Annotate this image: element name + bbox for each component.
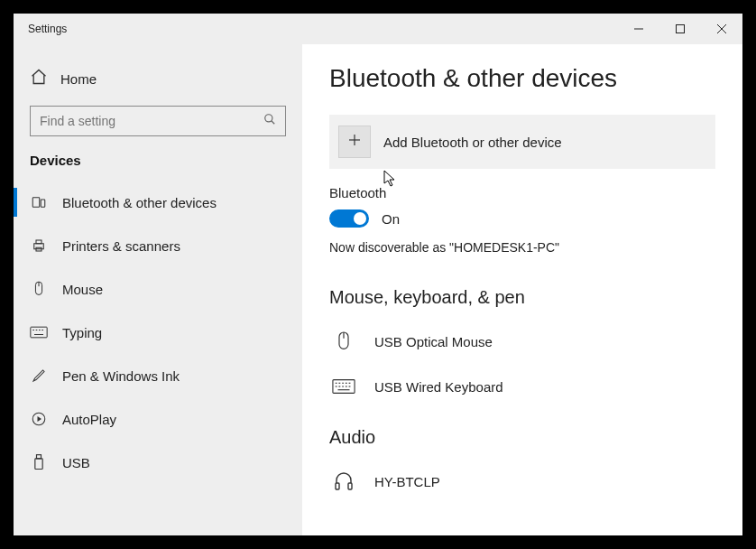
device-row[interactable]: HY-BTCLP: [329, 459, 715, 504]
minimize-icon: [634, 24, 643, 33]
headphones-icon: [329, 470, 358, 492]
svg-rect-13: [31, 327, 47, 338]
bluetooth-toggle[interactable]: [329, 209, 369, 228]
close-icon: [717, 24, 726, 33]
usb-icon: [30, 453, 48, 471]
plus-icon: [346, 132, 363, 152]
autoplay-icon: [30, 410, 48, 428]
keyboard-icon: [329, 378, 358, 395]
search-wrap: [14, 106, 302, 153]
mouse-icon: [30, 280, 48, 298]
devices-icon: [30, 193, 48, 211]
main-content: Bluetooth & other devices Add Bluetooth …: [302, 44, 742, 535]
maximize-button[interactable]: [659, 14, 701, 44]
device-row[interactable]: USB Optical Mouse: [329, 319, 715, 364]
svg-rect-1: [677, 25, 685, 33]
bluetooth-toggle-row: On: [329, 209, 715, 228]
add-device-button[interactable]: [338, 126, 371, 158]
nav-label: Typing: [62, 325, 102, 340]
group-title-audio: Audio: [329, 427, 715, 448]
titlebar: Settings: [14, 14, 742, 44]
device-label: USB Optical Mouse: [374, 334, 493, 349]
search-icon: [263, 113, 276, 129]
nav-label: Pen & Windows Ink: [62, 368, 180, 384]
close-button[interactable]: [701, 14, 742, 44]
home-label: Home: [60, 71, 97, 87]
minimize-button[interactable]: [618, 14, 659, 44]
svg-rect-7: [41, 200, 45, 207]
toggle-knob: [354, 212, 366, 225]
nav-pen-ink[interactable]: Pen & Windows Ink: [14, 354, 302, 397]
svg-point-4: [265, 115, 272, 122]
nav-label: Bluetooth & other devices: [62, 195, 217, 210]
settings-window: Settings Home: [14, 14, 742, 535]
search-input[interactable]: [40, 114, 263, 128]
toggle-state-label: On: [382, 211, 400, 227]
mouse-icon: [329, 330, 358, 353]
printer-icon: [30, 237, 48, 255]
nav-list: Bluetooth & other devices Printers & sca…: [14, 181, 302, 484]
add-device-label: Add Bluetooth or other device: [383, 135, 562, 150]
device-label: HY-BTCLP: [374, 474, 440, 489]
svg-rect-39: [348, 483, 352, 489]
nav-mouse[interactable]: Mouse: [14, 267, 302, 311]
nav-label: Printers & scanners: [62, 238, 180, 254]
nav-printers-scanners[interactable]: Printers & scanners: [14, 224, 302, 267]
bluetooth-section-label: Bluetooth: [329, 185, 715, 200]
svg-rect-8: [34, 244, 44, 249]
svg-rect-9: [36, 240, 41, 244]
group-title-mouse-keyboard-pen: Mouse, keyboard, & pen: [329, 287, 715, 308]
window-body: Home Devices Bluetooth & other devices: [14, 44, 742, 535]
svg-rect-6: [32, 198, 40, 208]
spacer: [329, 409, 715, 427]
svg-rect-21: [35, 459, 42, 470]
nav-typing[interactable]: Typing: [14, 311, 302, 354]
page-title: Bluetooth & other devices: [329, 64, 715, 93]
nav-autoplay[interactable]: AutoPlay: [14, 397, 302, 441]
home-icon: [30, 68, 48, 89]
svg-rect-20: [37, 455, 41, 459]
nav-label: Mouse: [62, 282, 103, 297]
add-device-row[interactable]: Add Bluetooth or other device: [329, 115, 715, 169]
window-controls: [618, 14, 742, 44]
keyboard-icon: [30, 323, 48, 341]
device-row[interactable]: USB Wired Keyboard: [329, 364, 715, 409]
nav-bluetooth-devices[interactable]: Bluetooth & other devices: [14, 181, 302, 224]
nav-usb[interactable]: USB: [14, 441, 302, 484]
discoverable-text: Now discoverable as "HOMEDESK1-PC": [329, 240, 715, 255]
maximize-icon: [676, 24, 685, 33]
device-label: USB Wired Keyboard: [374, 379, 503, 395]
pen-icon: [30, 367, 48, 385]
sidebar: Home Devices Bluetooth & other devices: [14, 44, 302, 535]
svg-line-5: [272, 121, 275, 125]
nav-label: USB: [62, 455, 90, 470]
svg-rect-38: [336, 483, 339, 489]
home-nav[interactable]: Home: [14, 60, 302, 106]
category-title: Devices: [14, 153, 302, 181]
nav-label: AutoPlay: [62, 412, 116, 427]
app-title: Settings: [14, 23, 618, 35]
search-box[interactable]: [30, 106, 286, 136]
